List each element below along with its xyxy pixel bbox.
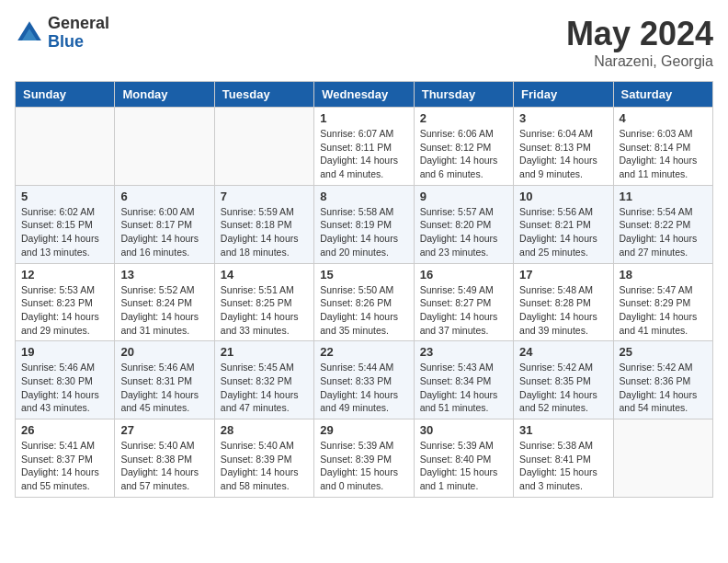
day-info: Sunrise: 5:54 AM Sunset: 8:22 PM Dayligh…: [620, 205, 707, 259]
calendar-cell: 5Sunrise: 6:02 AM Sunset: 8:15 PM Daylig…: [16, 185, 115, 263]
day-info: Sunrise: 5:44 AM Sunset: 8:33 PM Dayligh…: [320, 361, 407, 415]
day-info: Sunrise: 5:40 AM Sunset: 8:38 PM Dayligh…: [120, 439, 208, 493]
day-number: 3: [519, 111, 607, 125]
calendar-cell: 27Sunrise: 5:40 AM Sunset: 8:38 PM Dayli…: [115, 419, 214, 498]
logo: General Blue: [15, 15, 109, 52]
calendar-table: SundayMondayTuesdayWednesdayThursdayFrid…: [15, 81, 713, 498]
day-number: 27: [120, 423, 208, 437]
calendar-cell: 17Sunrise: 5:48 AM Sunset: 8:28 PM Dayli…: [514, 263, 613, 341]
day-info: Sunrise: 6:02 AM Sunset: 8:15 PM Dayligh…: [21, 205, 108, 259]
day-info: Sunrise: 5:40 AM Sunset: 8:39 PM Dayligh…: [221, 439, 308, 493]
calendar-cell: 18Sunrise: 5:47 AM Sunset: 8:29 PM Dayli…: [613, 263, 712, 341]
day-number: 24: [519, 345, 607, 359]
day-info: Sunrise: 6:03 AM Sunset: 8:14 PM Dayligh…: [620, 127, 707, 181]
day-info: Sunrise: 5:38 AM Sunset: 8:41 PM Dayligh…: [519, 439, 607, 493]
title-block: May 2024 Narazeni, Georgia: [566, 15, 713, 70]
calendar-cell: 20Sunrise: 5:46 AM Sunset: 8:31 PM Dayli…: [115, 341, 214, 419]
page-header: General Blue May 2024 Narazeni, Georgia: [15, 15, 713, 70]
calendar-cell: 30Sunrise: 5:39 AM Sunset: 8:40 PM Dayli…: [414, 419, 513, 498]
day-number: 16: [420, 268, 507, 282]
day-info: Sunrise: 5:45 AM Sunset: 8:32 PM Dayligh…: [221, 361, 308, 415]
day-info: Sunrise: 6:07 AM Sunset: 8:11 PM Dayligh…: [320, 127, 407, 181]
day-number: 29: [320, 423, 407, 437]
calendar-cell: 31Sunrise: 5:38 AM Sunset: 8:41 PM Dayli…: [514, 419, 613, 498]
day-info: Sunrise: 5:47 AM Sunset: 8:29 PM Dayligh…: [620, 283, 707, 338]
day-number: 30: [420, 423, 507, 437]
day-number: 21: [221, 345, 308, 359]
day-info: Sunrise: 5:48 AM Sunset: 8:28 PM Dayligh…: [519, 283, 607, 338]
day-info: Sunrise: 5:43 AM Sunset: 8:34 PM Dayligh…: [420, 361, 507, 415]
day-number: 11: [620, 190, 707, 203]
calendar-cell: 21Sunrise: 5:45 AM Sunset: 8:32 PM Dayli…: [214, 341, 313, 419]
day-number: 8: [320, 190, 407, 203]
day-info: Sunrise: 5:39 AM Sunset: 8:40 PM Dayligh…: [420, 439, 507, 493]
day-number: 18: [620, 268, 707, 282]
day-number: 17: [519, 268, 607, 282]
day-info: Sunrise: 6:00 AM Sunset: 8:17 PM Dayligh…: [120, 205, 208, 259]
calendar-cell: 25Sunrise: 5:42 AM Sunset: 8:36 PM Dayli…: [613, 341, 712, 419]
day-info: Sunrise: 5:39 AM Sunset: 8:39 PM Dayligh…: [320, 439, 407, 493]
day-info: Sunrise: 5:57 AM Sunset: 8:20 PM Dayligh…: [420, 205, 507, 259]
week-row-3: 12Sunrise: 5:53 AM Sunset: 8:23 PM Dayli…: [16, 263, 713, 341]
day-number: 23: [420, 345, 507, 359]
day-number: 5: [21, 190, 108, 203]
day-number: 12: [21, 268, 108, 282]
calendar-cell: 11Sunrise: 5:54 AM Sunset: 8:22 PM Dayli…: [613, 185, 712, 263]
day-number: 4: [620, 111, 707, 125]
day-info: Sunrise: 6:04 AM Sunset: 8:13 PM Dayligh…: [519, 127, 607, 181]
calendar-cell: 23Sunrise: 5:43 AM Sunset: 8:34 PM Dayli…: [414, 341, 513, 419]
day-info: Sunrise: 5:46 AM Sunset: 8:30 PM Dayligh…: [21, 361, 108, 415]
day-info: Sunrise: 6:06 AM Sunset: 8:12 PM Dayligh…: [420, 127, 507, 181]
calendar-cell: [115, 108, 214, 186]
calendar-cell: 28Sunrise: 5:40 AM Sunset: 8:39 PM Dayli…: [214, 419, 313, 498]
calendar-cell: 6Sunrise: 6:00 AM Sunset: 8:17 PM Daylig…: [115, 185, 214, 263]
calendar-cell: 14Sunrise: 5:51 AM Sunset: 8:25 PM Dayli…: [214, 263, 313, 341]
calendar-cell: 12Sunrise: 5:53 AM Sunset: 8:23 PM Dayli…: [16, 263, 115, 341]
col-header-wednesday: Wednesday: [314, 82, 414, 108]
day-info: Sunrise: 5:56 AM Sunset: 8:21 PM Dayligh…: [519, 205, 607, 259]
location: Narazeni, Georgia: [566, 53, 713, 70]
calendar-cell: 26Sunrise: 5:41 AM Sunset: 8:37 PM Dayli…: [16, 419, 115, 498]
day-number: 22: [320, 345, 407, 359]
logo-general-text: General: [48, 15, 109, 33]
day-info: Sunrise: 5:51 AM Sunset: 8:25 PM Dayligh…: [221, 283, 308, 338]
day-info: Sunrise: 5:53 AM Sunset: 8:23 PM Dayligh…: [21, 283, 108, 338]
calendar-cell: 1Sunrise: 6:07 AM Sunset: 8:11 PM Daylig…: [314, 108, 414, 186]
calendar-cell: 3Sunrise: 6:04 AM Sunset: 8:13 PM Daylig…: [514, 108, 613, 186]
calendar-cell: 4Sunrise: 6:03 AM Sunset: 8:14 PM Daylig…: [613, 108, 712, 186]
logo-text: General Blue: [48, 15, 109, 52]
calendar-cell: 16Sunrise: 5:49 AM Sunset: 8:27 PM Dayli…: [414, 263, 513, 341]
month-title: May 2024: [566, 15, 713, 53]
calendar-cell: 2Sunrise: 6:06 AM Sunset: 8:12 PM Daylig…: [414, 108, 513, 186]
calendar-cell: 8Sunrise: 5:58 AM Sunset: 8:19 PM Daylig…: [314, 185, 414, 263]
week-row-2: 5Sunrise: 6:02 AM Sunset: 8:15 PM Daylig…: [16, 185, 713, 263]
calendar-cell: 24Sunrise: 5:42 AM Sunset: 8:35 PM Dayli…: [514, 341, 613, 419]
day-info: Sunrise: 5:58 AM Sunset: 8:19 PM Dayligh…: [320, 205, 407, 259]
day-info: Sunrise: 5:42 AM Sunset: 8:36 PM Dayligh…: [620, 361, 707, 415]
day-number: 9: [420, 190, 507, 203]
col-header-tuesday: Tuesday: [214, 82, 313, 108]
day-number: 28: [221, 423, 308, 437]
calendar-cell: 13Sunrise: 5:52 AM Sunset: 8:24 PM Dayli…: [115, 263, 214, 341]
logo-blue-text: Blue: [48, 33, 109, 52]
day-info: Sunrise: 5:46 AM Sunset: 8:31 PM Dayligh…: [120, 361, 208, 415]
day-info: Sunrise: 5:42 AM Sunset: 8:35 PM Dayligh…: [519, 361, 607, 415]
day-number: 6: [120, 190, 208, 203]
calendar-cell: 22Sunrise: 5:44 AM Sunset: 8:33 PM Dayli…: [314, 341, 414, 419]
calendar-cell: 9Sunrise: 5:57 AM Sunset: 8:20 PM Daylig…: [414, 185, 513, 263]
day-info: Sunrise: 5:49 AM Sunset: 8:27 PM Dayligh…: [420, 283, 507, 338]
calendar-cell: 10Sunrise: 5:56 AM Sunset: 8:21 PM Dayli…: [514, 185, 613, 263]
col-header-thursday: Thursday: [414, 82, 513, 108]
day-info: Sunrise: 5:50 AM Sunset: 8:26 PM Dayligh…: [320, 283, 407, 338]
day-number: 25: [620, 345, 707, 359]
day-number: 15: [320, 268, 407, 282]
calendar-cell: 19Sunrise: 5:46 AM Sunset: 8:30 PM Dayli…: [16, 341, 115, 419]
day-info: Sunrise: 5:41 AM Sunset: 8:37 PM Dayligh…: [21, 439, 108, 493]
day-info: Sunrise: 5:59 AM Sunset: 8:18 PM Dayligh…: [221, 205, 308, 259]
day-number: 2: [420, 111, 507, 125]
calendar-cell: [214, 108, 313, 186]
col-header-monday: Monday: [115, 82, 214, 108]
day-number: 1: [320, 111, 407, 125]
logo-icon: [15, 18, 44, 48]
day-number: 13: [120, 268, 208, 282]
